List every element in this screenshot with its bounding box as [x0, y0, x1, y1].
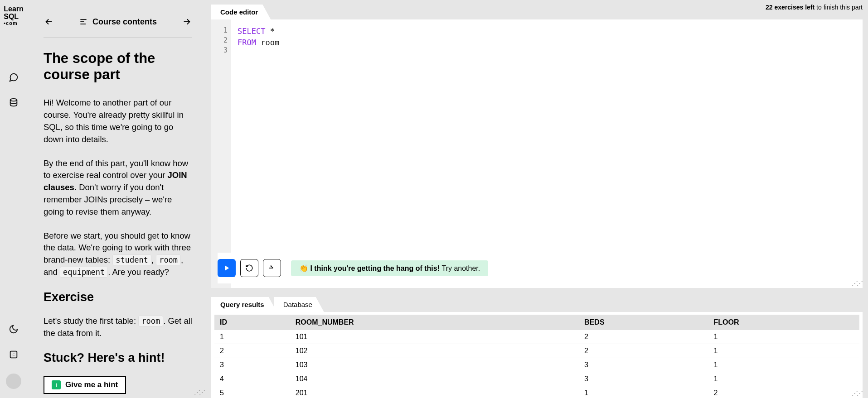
logo[interactable]: Learn SQL •com	[4, 5, 24, 26]
course-contents-link[interactable]: Course contents	[79, 17, 157, 27]
feedback-message: 👏 I think you're getting the hang of thi…	[291, 260, 488, 276]
results-tab-row: Query results Database	[211, 296, 863, 312]
exercise-p1: Let's study the first table: room. Get a…	[44, 315, 192, 340]
results-surface: ID ROOM_NUMBER BEDS FLOOR 11012121022131…	[211, 312, 863, 398]
lesson-resize-handle[interactable]: ⋰⋰	[194, 389, 204, 396]
results-resize-handle[interactable]: ⋰⋰	[852, 390, 862, 397]
reset-button[interactable]	[240, 259, 258, 277]
svg-point-0	[10, 99, 17, 101]
icon-rail: Learn SQL •com F	[0, 0, 27, 398]
logo-l1: Learn	[4, 5, 24, 13]
give-hint-label: Give me a hint	[65, 380, 118, 389]
table-row: 520112	[214, 386, 859, 398]
next-exercise-button[interactable]	[263, 259, 281, 277]
inline-code-equipment: equipment	[60, 267, 108, 278]
course-contents-label: Course contents	[92, 17, 157, 27]
chat-icon[interactable]	[7, 71, 20, 84]
results-table: ID ROOM_NUMBER BEDS FLOOR 11012121022131…	[214, 315, 859, 398]
lesson-p2: By the end of this part, you'll know how…	[44, 158, 192, 218]
lesson-nav: Course contents	[44, 5, 192, 38]
table-row: 310331	[214, 358, 859, 372]
col-beds: BEDS	[579, 315, 708, 330]
info-icon: i	[52, 380, 61, 389]
line-gutter: 1 2 3	[211, 19, 231, 288]
run-button[interactable]	[218, 259, 236, 277]
lesson-panel: Course contents The scope of the course …	[27, 0, 206, 398]
run-bar: 👏 I think you're getting the hang of thi…	[218, 253, 856, 283]
table-row: 110121	[214, 330, 859, 344]
inline-code-room: room	[156, 254, 181, 265]
dark-mode-icon[interactable]	[7, 323, 20, 336]
give-hint-button[interactable]: i Give me a hint	[44, 376, 126, 394]
list-icon	[79, 17, 88, 26]
hint-heading: Stuck? Here's a hint!	[44, 351, 192, 365]
logo-l3: •com	[4, 21, 24, 26]
prev-lesson-button[interactable]	[44, 16, 54, 27]
col-id: ID	[214, 315, 290, 330]
code-input[interactable]: SELECT * FROM room	[231, 19, 286, 288]
col-floor: FLOOR	[708, 315, 859, 330]
inline-code-room-ex: room	[138, 316, 163, 326]
database-icon[interactable]	[7, 96, 20, 109]
tab-code-editor[interactable]: Code editor	[211, 5, 271, 19]
editor-block: Code editor 1 2 3 SELECT * FROM room	[211, 4, 863, 288]
main-area: 22 exercises left to finish this part Co…	[206, 0, 868, 398]
table-row: 410431	[214, 372, 859, 386]
lesson-p3: Before we start, you should get to know …	[44, 230, 192, 278]
lesson-title: The scope of the course part	[44, 50, 192, 82]
exercise-heading: Exercise	[44, 290, 192, 304]
results-block: Query results Database ID ROOM_NUMBER BE…	[211, 296, 863, 398]
table-row: 210221	[214, 344, 859, 358]
editor-tab-row: Code editor	[211, 4, 863, 19]
avatar[interactable]	[6, 374, 21, 389]
clap-icon: 👏	[299, 264, 308, 272]
col-room-number: ROOM_NUMBER	[290, 315, 579, 330]
svg-text:F: F	[12, 353, 15, 357]
editor-surface: 1 2 3 SELECT * FROM room 👏 I think you'r…	[211, 19, 863, 288]
editor-resize-handle[interactable]: ⋰⋰	[852, 280, 862, 287]
tab-query-results[interactable]: Query results	[211, 297, 277, 312]
next-lesson-button[interactable]	[181, 16, 192, 27]
logo-l2: SQL	[4, 13, 24, 21]
lesson-body: Hi! Welcome to another part of our cours…	[44, 97, 192, 398]
tab-database[interactable]: Database	[274, 297, 324, 312]
focus-icon[interactable]: F	[7, 348, 20, 361]
lesson-p1: Hi! Welcome to another part of our cours…	[44, 97, 192, 145]
table-header-row: ID ROOM_NUMBER BEDS FLOOR	[214, 315, 859, 330]
inline-code-student: student	[112, 254, 151, 265]
